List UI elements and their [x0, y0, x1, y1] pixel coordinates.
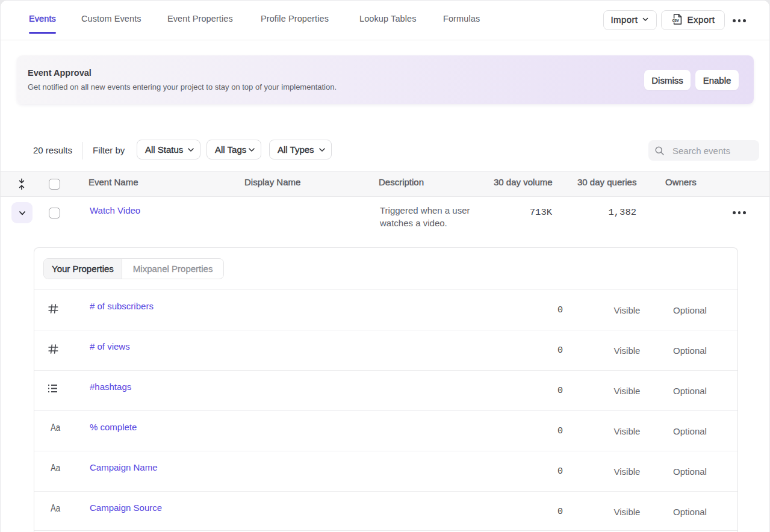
- svg-text:csv: csv: [672, 17, 679, 23]
